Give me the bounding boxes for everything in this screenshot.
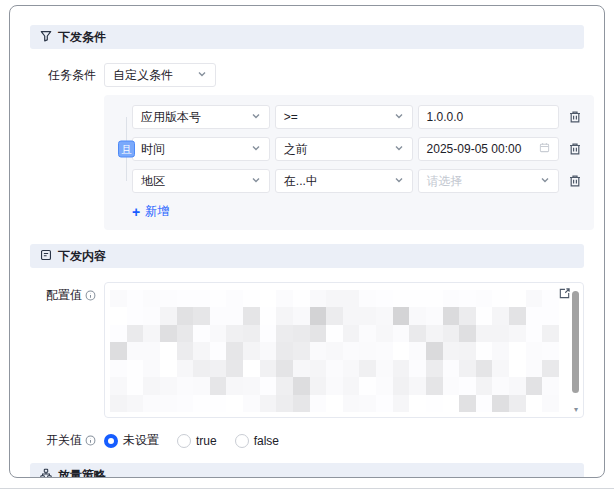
field-value: 地区: [141, 173, 165, 190]
section-header-content: 下发内容: [30, 244, 584, 268]
info-icon[interactable]: [85, 290, 96, 301]
config-value-row: 配置值 ▾: [30, 282, 584, 418]
condition-operator-select[interactable]: 之前: [275, 137, 413, 161]
field-value: 时间: [141, 141, 165, 158]
config-value-label: 配置值: [30, 282, 96, 304]
condition-field-select[interactable]: 应用版本号: [132, 105, 270, 129]
chevron-down-icon: [251, 142, 261, 156]
expand-editor-icon[interactable]: [558, 286, 572, 300]
delete-condition-button[interactable]: [566, 172, 584, 190]
condition-group: 且 应用版本号 >= 1.0.0.0: [104, 95, 594, 230]
section-title: 下发条件: [58, 29, 106, 46]
radio-option-unset[interactable]: 未设置: [104, 432, 159, 449]
config-label-text: 配置值: [46, 287, 82, 304]
info-icon[interactable]: [85, 435, 96, 446]
radio-option-false[interactable]: false: [235, 434, 279, 448]
scrollbar-down-arrow[interactable]: ▾: [572, 405, 580, 414]
content-body: 配置值 ▾ 开关值: [30, 268, 584, 463]
condition-row-1: 应用版本号 >= 1.0.0.0: [132, 105, 584, 129]
switch-value-radio-group: 未设置 true false: [104, 432, 279, 449]
radio-selected-icon: [104, 434, 118, 448]
section-title: 下发内容: [58, 248, 106, 265]
condition-value-input[interactable]: 1.0.0.0: [418, 105, 560, 129]
scrollbar-thumb[interactable]: [572, 291, 579, 393]
condition-operator-select[interactable]: 在...中: [275, 169, 413, 193]
task-condition-select[interactable]: 自定义条件: [104, 63, 216, 87]
operator-value: >=: [284, 110, 298, 124]
content-box-icon: [40, 249, 52, 264]
field-value: 应用版本号: [141, 109, 201, 126]
operator-value: 在...中: [284, 173, 318, 190]
section-header-strategy: 放量策略: [30, 463, 584, 478]
condition-row-2: 时间 之前 2025-09-05 00:00: [132, 137, 584, 161]
task-condition-row: 任务条件 自定义条件: [30, 63, 584, 87]
logic-and-badge[interactable]: 且: [118, 141, 135, 158]
editor-scrollbar[interactable]: ▾: [572, 288, 580, 412]
condition-operator-select[interactable]: >=: [275, 105, 413, 129]
condition-date-input[interactable]: 2025-09-05 00:00: [418, 137, 560, 161]
condition-field-select[interactable]: 时间: [132, 137, 270, 161]
plus-icon: +: [132, 205, 140, 219]
radio-label: 未设置: [123, 432, 159, 449]
condition-region-select[interactable]: 请选择: [418, 169, 560, 193]
filter-funnel-icon: [40, 30, 52, 45]
add-condition-label: 新增: [145, 203, 169, 220]
section-title: 放量策略: [58, 467, 106, 479]
config-value-editor[interactable]: ▾: [104, 282, 584, 418]
task-condition-value: 自定义条件: [113, 67, 173, 84]
condition-row-3: 地区 在...中 请选择: [132, 169, 584, 193]
chevron-down-icon: [394, 174, 404, 188]
chevron-down-icon: [197, 68, 207, 82]
redacted-content-mosaic: [110, 290, 559, 412]
switch-value-row: 开关值 未设置 true false: [30, 432, 584, 449]
calendar-icon: [539, 142, 550, 156]
radio-unselected-icon: [177, 434, 191, 448]
value-text: 1.0.0.0: [427, 110, 464, 124]
task-condition-label: 任务条件: [30, 67, 96, 84]
conditions-body: 任务条件 自定义条件 且 应用版本号 >=: [30, 49, 584, 244]
chevron-down-icon: [394, 110, 404, 124]
delete-condition-button[interactable]: [566, 140, 584, 158]
chevron-down-icon: [251, 110, 261, 124]
switch-label-text: 开关值: [46, 432, 82, 449]
switch-value-label: 开关值: [30, 432, 96, 449]
operator-value: 之前: [284, 141, 308, 158]
radio-label: false: [254, 434, 279, 448]
release-config-card: 下发条件 任务条件 自定义条件 且 应用版本号: [9, 5, 605, 478]
add-condition-button[interactable]: + 新增: [132, 203, 169, 220]
delete-condition-button[interactable]: [566, 108, 584, 126]
sitemap-icon: [40, 468, 52, 479]
radio-unselected-icon: [235, 434, 249, 448]
chevron-down-icon: [251, 174, 261, 188]
select-placeholder: 请选择: [427, 173, 463, 190]
condition-field-select[interactable]: 地区: [132, 169, 270, 193]
chevron-down-icon: [394, 142, 404, 156]
radio-label: true: [196, 434, 217, 448]
section-header-conditions: 下发条件: [30, 25, 584, 49]
chevron-down-icon: [540, 174, 550, 188]
page-bottom-edge: [0, 488, 614, 489]
date-value: 2025-09-05 00:00: [427, 142, 522, 156]
radio-option-true[interactable]: true: [177, 434, 217, 448]
